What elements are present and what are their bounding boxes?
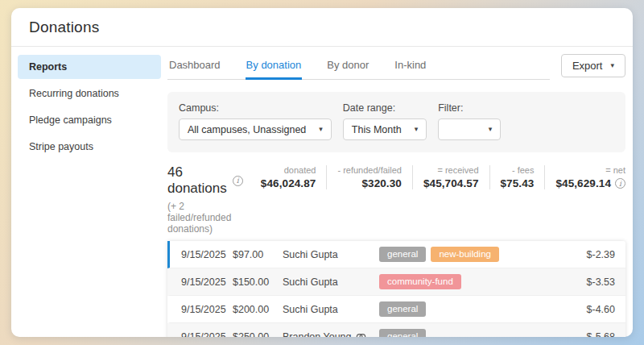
donor-name-text: Suchi Gupta (283, 249, 338, 260)
fee-amount: $-4.60 (558, 304, 625, 315)
tabs-bar: DashboardBy donationBy donorIn-kind Expo… (167, 52, 625, 80)
date-range-select-value: This Month (352, 124, 402, 135)
stat-value: $320.30 (361, 177, 402, 189)
stat-value: $45,704.57 (423, 177, 479, 189)
stat-value: $45,629.14 (555, 177, 611, 189)
fund-tags: community-fund (379, 274, 558, 289)
table-row[interactable]: 9/15/2025$200.00Suchi Guptageneral$-4.60 (167, 296, 625, 323)
export-button[interactable]: Export ▾ (561, 54, 625, 77)
donor-name: Brandon Young (283, 331, 379, 338)
donation-amount: $97.00 (233, 249, 283, 260)
donor-name: Suchi Gupta (283, 276, 379, 288)
stat-net: = net$45,629.14i (544, 165, 625, 189)
fee-amount: $-2.39 (558, 249, 625, 260)
fund-tag-new-building: new-building (431, 247, 499, 262)
table-row[interactable]: 9/15/2025$150.00Suchi Guptacommunity-fun… (167, 268, 625, 296)
donor-name-text: Suchi Gupta (283, 276, 338, 288)
fund-tags: general (379, 301, 558, 317)
summary-row: 46 donations i (+ 2 failed/refunded dona… (167, 164, 625, 235)
stat-value-row: $320.30 (337, 177, 402, 189)
donation-count-subtitle: (+ 2 failed/refunded donations) (167, 201, 240, 235)
tab-by-donation[interactable]: By donation (246, 52, 303, 80)
table-row[interactable]: 9/15/2025$250.00Brandon Younggeneral$-5.… (167, 323, 625, 337)
main-panel: DashboardBy donationBy donorIn-kind Expo… (167, 47, 633, 337)
chevron-down-icon: ▾ (415, 126, 419, 133)
export-button-label: Export (572, 60, 603, 72)
donations-table: 9/15/2025$97.00Suchi Guptageneralnew-bui… (167, 241, 625, 337)
donation-date: 9/15/2025 (170, 331, 233, 338)
info-icon[interactable]: i (615, 178, 625, 189)
date-range-label: Date range: (343, 102, 427, 114)
tab-list: DashboardBy donationBy donorIn-kind (167, 52, 550, 80)
stat-label: - refunded/failed (337, 165, 402, 175)
stat-donated: donated$46,024.87 (250, 165, 316, 189)
donation-date: 9/15/2025 (170, 304, 233, 315)
stat-received: = received$45,704.57 (412, 165, 479, 189)
filter-label: Filter: (438, 102, 501, 114)
stat-value: $46,024.87 (261, 177, 316, 189)
fund-tag-general: general (379, 301, 426, 317)
sidebar-item-reports[interactable]: Reports (18, 55, 161, 79)
donor-name-text: Suchi Gupta (283, 304, 338, 315)
filter-bar: Campus: All campuses, Unassigned ▾ Date … (167, 92, 625, 152)
chevron-down-icon: ▾ (489, 126, 493, 133)
stat-value: $75.43 (501, 177, 535, 189)
stat-fees: - fees$75.43 (489, 165, 535, 189)
stat-value-row: $75.43 (501, 177, 535, 189)
campus-label: Campus: (179, 102, 332, 114)
stat-label: = net (555, 165, 625, 175)
page-title: Donations (29, 19, 613, 36)
date-range-field: Date range: This Month ▾ (343, 102, 427, 140)
sidebar-item-stripe-payouts[interactable]: Stripe payouts (18, 135, 161, 159)
fund-tag-community-fund: community-fund (379, 274, 461, 289)
tab-by-donor[interactable]: By donor (326, 52, 369, 80)
campus-field: Campus: All campuses, Unassigned ▾ (179, 102, 332, 140)
sidebar: ReportsRecurring donationsPledge campaig… (11, 47, 167, 337)
fund-tag-general: general (379, 247, 426, 262)
stat-label: - fees (501, 165, 535, 175)
sidebar-item-recurring-donations[interactable]: Recurring donations (18, 81, 161, 106)
donor-name-text: Brandon Young (283, 331, 352, 338)
fee-amount: $-5.68 (558, 331, 625, 338)
tab-dashboard[interactable]: Dashboard (168, 52, 221, 80)
table-row[interactable]: 9/15/2025$97.00Suchi Guptageneralnew-bui… (167, 241, 625, 268)
stat-value-row: $45,629.14i (555, 177, 625, 189)
summary-stats: donated$46,024.87- refunded/failed$320.3… (240, 165, 625, 189)
donation-count-block: 46 donations i (+ 2 failed/refunded dona… (167, 164, 240, 235)
campus-select-value: All campuses, Unassigned (188, 124, 306, 135)
stat-refunded-failed: - refunded/failed$320.30 (326, 165, 402, 189)
stat-label: donated (261, 165, 316, 175)
donor-name: Suchi Gupta (283, 249, 379, 260)
donation-amount: $200.00 (233, 304, 283, 315)
donation-count: 46 donations (167, 164, 227, 197)
stat-value-row: $45,704.57 (423, 177, 479, 189)
fund-tags: general (379, 329, 558, 337)
fund-tag-general: general (379, 329, 426, 337)
fee-amount: $-3.53 (558, 276, 625, 288)
fund-tags: generalnew-building (379, 247, 558, 262)
window-body: ReportsRecurring donationsPledge campaig… (11, 47, 633, 337)
campus-select[interactable]: All campuses, Unassigned ▾ (179, 118, 332, 140)
donation-amount: $250.00 (233, 331, 283, 338)
donor-name: Suchi Gupta (283, 304, 379, 315)
donation-amount: $150.00 (233, 276, 283, 288)
tab-in-kind[interactable]: In-kind (394, 52, 427, 80)
filter-field: Filter: ▾ (438, 102, 501, 140)
stat-value-row: $46,024.87 (261, 177, 316, 189)
sidebar-item-pledge-campaigns[interactable]: Pledge campaigns (18, 108, 161, 132)
date-range-select[interactable]: This Month ▾ (343, 118, 427, 140)
filter-select[interactable]: ▾ (438, 118, 501, 140)
chevron-down-icon: ▾ (610, 62, 614, 69)
stat-label: = received (423, 165, 479, 175)
donations-window: Donations ReportsRecurring donationsPled… (11, 8, 633, 337)
link-icon (356, 332, 366, 338)
chevron-down-icon: ▾ (319, 126, 323, 133)
donation-date: 9/15/2025 (170, 249, 233, 260)
window-header: Donations (11, 8, 633, 47)
donation-date: 9/15/2025 (170, 276, 233, 288)
